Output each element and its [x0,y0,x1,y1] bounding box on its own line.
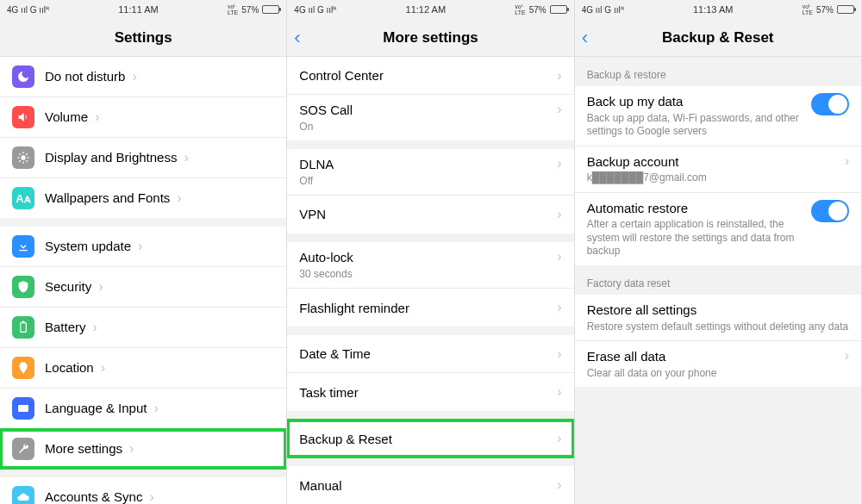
svg-line-7 [19,160,20,161]
row-control-center[interactable]: Control Center› [287,57,573,95]
settings-list: Do not disturb›Volume›Display and Bright… [0,57,286,504]
svg-point-11 [22,364,24,367]
row-backup-account[interactable]: Backup accountk███████7@gmail.com› [575,146,861,193]
page-title: Settings [115,29,172,47]
status-signal: 4G ııl G ıılᴿ [582,5,624,15]
header: Settings [0,19,286,57]
row-erase-all-data[interactable]: Erase all dataClear all data on your pho… [575,341,861,387]
row-location[interactable]: Location› [0,348,286,389]
row-more-settings[interactable]: More settings› [0,429,286,469]
status-bar: 4G ııl G ıılᴿ 11:11 AM voᴸLTE 57% [0,0,286,19]
screen-settings: 4G ııl G ıılᴿ 11:11 AM voᴸLTE 57% Settin… [0,0,287,504]
svg-rect-15 [24,407,25,408]
row-battery[interactable]: Battery› [0,308,286,348]
svg-rect-14 [22,407,23,408]
row-label: Security [45,278,91,296]
chevron-right-icon: › [845,348,849,364]
battery-icon [837,5,854,14]
chevron-right-icon: › [557,249,561,264]
row-label: Wallpapers and Fonts [45,190,170,207]
row-label: Auto-lock [299,249,550,266]
section-header-factory: Factory data reset [575,265,861,295]
chevron-right-icon: › [138,239,142,254]
header: ‹ Backup & Reset [575,19,861,57]
row-vpn[interactable]: VPN› [287,196,573,233]
back-button[interactable]: ‹ [582,28,588,47]
status-signal: 4G ııl G ıılᴿ [294,5,336,15]
row-display[interactable]: Display and Brightness› [0,138,286,178]
backup-reset-list: Backup & restore Back up my dataBack up … [575,57,861,504]
chevron-right-icon: › [557,300,561,315]
row-backup-reset[interactable]: Backup & Reset› [287,420,573,457]
row-wallpapers[interactable]: AᴀWallpapers and Fonts› [0,178,286,218]
row-backup-my-data[interactable]: Back up my dataBack up app data, Wi-Fi p… [575,86,861,146]
row-do-not-disturb[interactable]: Do not disturb› [0,57,286,97]
chevron-right-icon: › [557,477,561,493]
row-sub: Clear all data on your phone [587,367,838,381]
row-label: Backup & Reset [299,431,550,448]
toggle-switch[interactable] [811,93,849,115]
screen-more-settings: 4G ııl G ıılᴿ 11:12 AM voᴸLTE 57% ‹ More… [287,0,574,504]
row-task-timer[interactable]: Task timer› [287,373,573,411]
chevron-right-icon: › [557,102,561,117]
row-restore-all-settings[interactable]: Restore all settingsRestore system defau… [575,295,861,341]
status-bar: 4G ııl G ıılᴿ 11:13 AM voᴸLTE 57% [575,0,861,19]
row-sos-call[interactable]: SOS CallOn› [287,95,573,140]
row-label: Task timer [299,384,550,401]
sun-icon [12,146,34,169]
row-sub: k███████7@gmail.com [587,171,838,185]
chevron-right-icon: › [557,207,561,222]
row-system-update[interactable]: System update› [0,227,286,267]
chevron-right-icon: › [557,431,561,446]
chevron-right-icon: › [98,279,103,295]
speaker-icon [12,106,34,128]
row-language-input[interactable]: Language & Input› [0,389,286,429]
row-security[interactable]: Security› [0,267,286,308]
svg-line-6 [26,160,27,161]
chevron-right-icon: › [845,153,849,169]
status-battery: voᴸLTE 57% [228,3,279,16]
wrench-icon [12,438,34,460]
svg-rect-9 [21,323,27,333]
row-label: Back up my data [587,93,804,110]
row-label: Accounts & Sync [45,488,142,504]
toggle-switch[interactable] [811,200,849,222]
row-sub: 30 seconds [299,268,550,282]
row-accounts-sync[interactable]: Accounts & Sync› [0,477,286,504]
row-label: Manual [299,477,550,495]
row-label: DLNA [299,156,550,173]
row-label: Automatic restore [587,200,804,217]
chevron-right-icon: › [129,441,134,457]
row-label: Restore all settings [587,302,849,319]
row-sub: On [299,121,550,134]
row-label: Language & Input [45,400,147,417]
status-signal: 4G ııl G ıılᴿ [7,5,49,15]
row-label: Erase all data [587,348,838,365]
volte-icon: voᴸLTE [228,3,238,16]
section-header-backup: Backup & restore [575,57,861,86]
battery-icon [12,316,34,339]
svg-rect-12 [18,405,28,412]
status-battery: voᴸLTE 57% [803,3,854,16]
row-manual[interactable]: Manual› [287,466,573,504]
row-sub: Off [299,175,550,189]
row-date-time[interactable]: Date & Time› [287,335,573,373]
battery-icon [550,5,567,14]
row-auto-lock[interactable]: Auto-lock30 seconds› [287,242,573,289]
status-bar: 4G ııl G ıılᴿ 11:12 AM voᴸLTE 57% [287,0,573,19]
row-dlna[interactable]: DLNAOff› [287,149,573,196]
row-label: VPN [299,206,550,223]
row-flashlight-reminder[interactable]: Flashlight reminder› [287,289,573,327]
row-automatic-restore[interactable]: Automatic restoreAfter a certain applica… [575,193,861,265]
chevron-right-icon: › [557,346,561,362]
row-label: System update [45,238,131,255]
download-icon [12,235,34,258]
chevron-right-icon: › [101,360,105,376]
row-label: Date & Time [299,345,550,363]
row-sub: After a certain application is reinstall… [587,218,804,258]
cloud-icon [12,486,34,504]
row-volume[interactable]: Volume› [0,97,286,138]
svg-line-5 [19,153,20,154]
back-button[interactable]: ‹ [294,28,300,47]
svg-line-8 [26,153,27,154]
